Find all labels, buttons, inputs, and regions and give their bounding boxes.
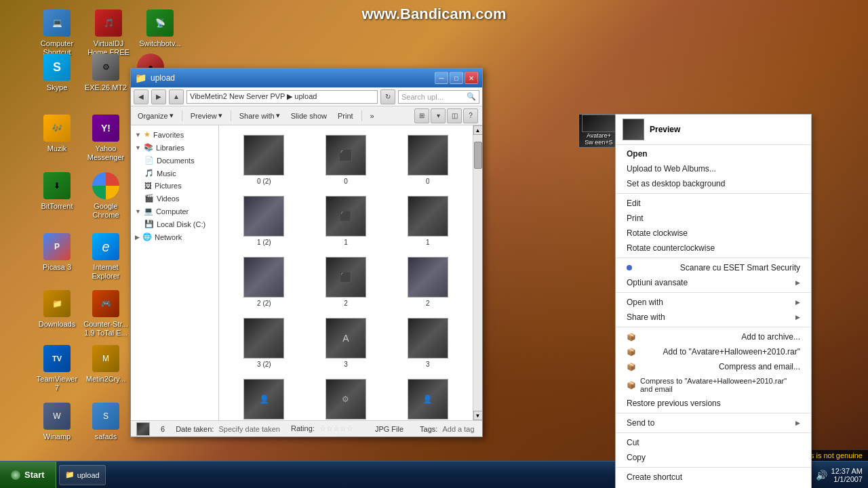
toolbar-separator-3 bbox=[361, 110, 362, 121]
context-item-rotate-ccw[interactable]: Rotate counterclockwise bbox=[616, 241, 811, 256]
start-button[interactable]: Start bbox=[0, 462, 56, 489]
file-item[interactable]: ⬛ 1 bbox=[307, 192, 386, 250]
slideshow-button[interactable]: Slide show bbox=[288, 110, 330, 121]
file-item[interactable]: 👤 4 bbox=[388, 375, 467, 420]
scroll-up-arrow[interactable]: ▲ bbox=[473, 125, 483, 135]
file-label: 2 (2) bbox=[257, 300, 271, 307]
file-item[interactable]: 2 bbox=[388, 253, 467, 311]
compress-email-icon: 📦 bbox=[627, 363, 636, 371]
file-item[interactable]: 1 (2) bbox=[224, 192, 304, 250]
downloads-icon: 📁 bbox=[43, 290, 71, 317]
file-item[interactable]: 1 bbox=[388, 192, 467, 250]
desktop-icon-teamviewer[interactable]: TV TeamViewer7 bbox=[30, 342, 84, 395]
file-item[interactable]: 0 bbox=[388, 131, 467, 189]
maximize-button[interactable]: □ bbox=[450, 72, 463, 84]
print-button[interactable]: Print bbox=[335, 110, 356, 121]
minimize-button[interactable]: ─ bbox=[435, 72, 448, 84]
file-item[interactable]: 2 (2) bbox=[224, 253, 304, 311]
close-button[interactable]: ✕ bbox=[465, 72, 478, 84]
nav-music[interactable]: 🎵 Music bbox=[131, 167, 218, 180]
network-section[interactable]: ▶ 🌐 Network bbox=[131, 230, 218, 243]
help-button[interactable]: ? bbox=[463, 108, 478, 123]
preview-pane-button[interactable]: ◫ bbox=[447, 108, 462, 123]
view-change-button[interactable]: ⊞ bbox=[414, 108, 429, 123]
file-item[interactable]: 0 (2) bbox=[224, 131, 304, 189]
back-button[interactable]: ◀ bbox=[134, 89, 149, 104]
taskbar-item-explorer[interactable]: 📁 upload bbox=[59, 465, 106, 485]
chrome-icon bbox=[92, 172, 119, 199]
context-item-copy[interactable]: Copy bbox=[616, 450, 811, 465]
desktop-icon-bittorrent[interactable]: ⬇ BitTorrent bbox=[30, 169, 84, 214]
context-item-delete[interactable]: Delete bbox=[616, 485, 811, 488]
picasa-icon: P bbox=[43, 233, 71, 260]
scroll-thumb[interactable] bbox=[474, 142, 482, 169]
context-item-cut[interactable]: Cut bbox=[616, 435, 811, 450]
scroll-down-arrow[interactable]: ▼ bbox=[473, 411, 483, 420]
organize-button[interactable]: Organize ▾ bbox=[135, 110, 176, 121]
file-item[interactable]: ⬛ 0 bbox=[307, 131, 386, 189]
context-item-send-to[interactable]: Send to ▶ bbox=[616, 415, 811, 430]
file-item[interactable]: ⚙ 4 bbox=[307, 375, 386, 420]
context-item-open-with[interactable]: Open with ▶ bbox=[616, 295, 811, 310]
context-item-add-rar[interactable]: 📦 Add to "Avatare+Halloween+2010.rar" bbox=[616, 344, 811, 359]
preview-button[interactable]: Preview ▾ bbox=[188, 110, 225, 121]
desktop-icon-switch[interactable]: 📡 Switchbotv... bbox=[133, 7, 187, 51]
refresh-button[interactable]: ↻ bbox=[380, 89, 395, 104]
file-item[interactable]: 3 bbox=[388, 314, 467, 372]
nav-pictures[interactable]: 🖼 Pictures bbox=[131, 180, 218, 192]
desktop-icon-winamp[interactable]: W Winamp bbox=[30, 400, 84, 444]
context-item-edit[interactable]: Edit bbox=[616, 196, 811, 211]
desktop-icon-downloads[interactable]: 📁 Downloads bbox=[30, 287, 84, 331]
context-item-desktop-bg[interactable]: Set as desktop background bbox=[616, 176, 811, 191]
view-arrow-button[interactable]: ▾ bbox=[431, 108, 446, 123]
address-path[interactable]: VibeMetin2 New Server PVP ▶ upload bbox=[186, 90, 378, 104]
forward-button[interactable]: ▶ bbox=[151, 89, 166, 104]
volume-icon[interactable]: 🔊 bbox=[816, 470, 827, 481]
desktop-icon-safads[interactable]: S safads bbox=[79, 400, 133, 444]
nav-local-disk[interactable]: 💾 Local Disk (C:) bbox=[131, 218, 218, 230]
search-box[interactable]: Search upl... 🔍 bbox=[398, 90, 479, 104]
context-item-open[interactable]: Open bbox=[616, 146, 811, 161]
context-item-rotate-cw[interactable]: Rotate clockwise bbox=[616, 226, 811, 241]
desktop-icon-counter[interactable]: 🎮 Counter-Str...1.9 ToTal E... bbox=[79, 287, 133, 340]
libraries-label: Libraries bbox=[156, 144, 184, 152]
libraries-arrow: ▼ bbox=[135, 144, 141, 151]
file-label: 0 bbox=[344, 178, 348, 185]
context-item-add-archive[interactable]: 📦 Add to archive... bbox=[616, 329, 811, 344]
nav-documents[interactable]: 📄 Documents bbox=[131, 154, 218, 167]
winamp-label: Winamp bbox=[43, 432, 71, 441]
file-item[interactable]: 3 (2) bbox=[224, 314, 304, 372]
context-item-compress-rar-email[interactable]: 📦 Compress to "Avatare+Halloween+2010.ra… bbox=[616, 374, 811, 396]
desktop-icon-picasa[interactable]: P Picasa 3 bbox=[30, 230, 84, 274]
desktop-icon-muzik[interactable]: 🎶 Muzik bbox=[30, 112, 84, 156]
nav-videos[interactable]: 🎬 Videos bbox=[131, 192, 218, 205]
context-title: Preview bbox=[650, 125, 680, 134]
file-item[interactable]: 👤 4 (2) bbox=[224, 375, 304, 420]
desktop-icon-metin2[interactable]: M Metin2Cry... bbox=[79, 342, 133, 386]
computer-section[interactable]: ▼ 💻 Computer bbox=[131, 205, 218, 218]
status-date-label: Date taken: Specify date taken bbox=[176, 425, 280, 433]
file-item[interactable]: ⬛ 2 bbox=[307, 253, 386, 311]
share-button[interactable]: Share with ▾ bbox=[237, 110, 283, 121]
context-item-print[interactable]: Print bbox=[616, 211, 811, 226]
context-item-share-with[interactable]: Share with ▶ bbox=[616, 310, 811, 325]
context-item-eset[interactable]: Scanare cu ESET Smart Security bbox=[616, 260, 811, 275]
scrollbar-vertical[interactable]: ▲ ▼ bbox=[473, 125, 482, 420]
scroll-track[interactable] bbox=[473, 135, 482, 411]
context-item-restore[interactable]: Restore previous versions bbox=[616, 396, 811, 411]
ie-label: InternetExplorer bbox=[92, 263, 120, 281]
context-item-upload[interactable]: Upload to Web Albums... bbox=[616, 161, 811, 176]
context-item-create-shortcut[interactable]: Create shortcut bbox=[616, 470, 811, 485]
context-item-compress-email[interactable]: 📦 Compress and email... bbox=[616, 359, 811, 374]
libraries-section[interactable]: ▼ 📚 Libraries bbox=[131, 141, 218, 154]
window-titlebar: 📁 upload ─ □ ✕ bbox=[131, 68, 482, 87]
computer-label-nav: Computer bbox=[156, 207, 189, 216]
more-button[interactable]: » bbox=[368, 110, 377, 121]
status-count: 6 bbox=[161, 425, 165, 433]
file-grid: 0 (2) ⬛ 0 0 1 (2) bbox=[219, 125, 473, 420]
up-button[interactable]: ▲ bbox=[169, 89, 184, 104]
desktop-icon-skype[interactable]: S Skype bbox=[30, 51, 84, 95]
context-item-optiuni[interactable]: Optiuni avansate ▶ bbox=[616, 275, 811, 290]
file-item[interactable]: A 3 bbox=[307, 314, 386, 372]
favorites-section[interactable]: ▼ ★ Favorites bbox=[131, 128, 218, 141]
